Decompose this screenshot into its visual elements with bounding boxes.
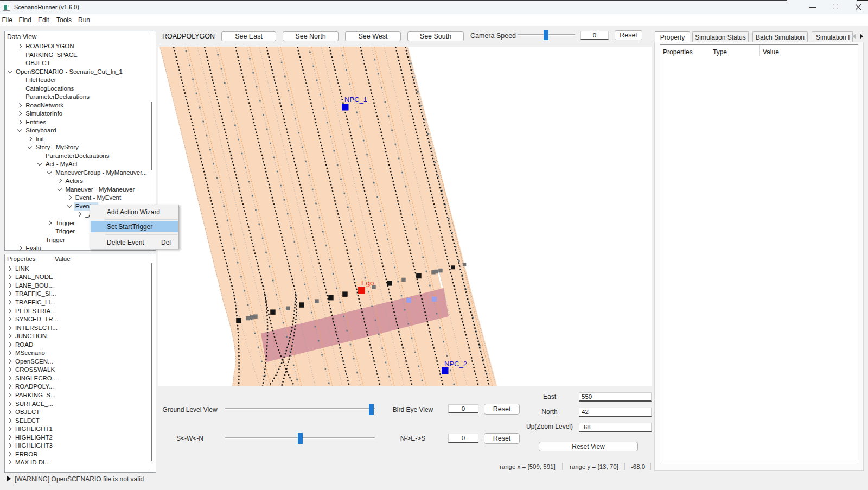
- svg-text:NPC_1: NPC_1: [344, 96, 367, 104]
- svg-text:Ego: Ego: [361, 279, 374, 287]
- svg-text:NPC_2: NPC_2: [444, 360, 467, 368]
